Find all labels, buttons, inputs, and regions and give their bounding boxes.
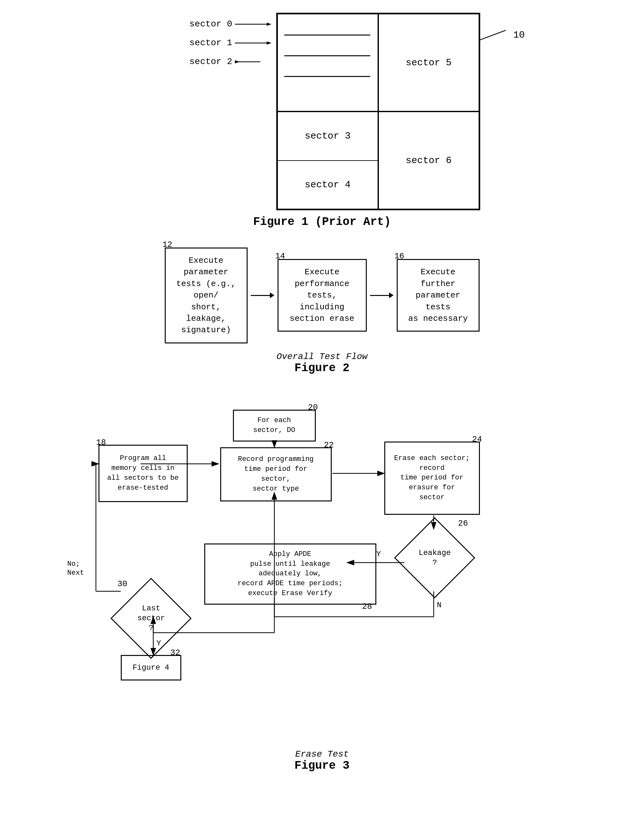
fig1-cell-sector5: sector 5 <box>378 14 479 112</box>
sector1-label-row: sector 1 <box>189 38 273 48</box>
figure1: sector 0 sector 1 sector 2 <box>19 13 625 238</box>
sector2-label: sector 2 <box>189 57 232 67</box>
ref-26: 26 <box>458 519 468 528</box>
fig1-caption-text: Figure 1 (Prior Art) <box>253 215 391 228</box>
arrow-line <box>251 295 270 296</box>
sector3-text: sector 3 <box>305 130 351 141</box>
fig2-caption-main: Figure 2 <box>277 362 368 375</box>
figure3: Y N No; Next Y <box>19 394 625 782</box>
fig2-caption-sub: Overall Test Flow <box>277 352 368 362</box>
arrow-head <box>270 293 274 298</box>
fig1-grid: sector 5 sector 3 sector 4 sector 6 <box>276 13 480 210</box>
leakage-y-label: Y <box>376 550 381 558</box>
no-next-label: No; <box>67 560 80 568</box>
fig3-box24-text: Erase each sector; record time period fo… <box>394 454 470 503</box>
diamond-text-30: Last sector ? <box>137 603 164 633</box>
next-label: Next <box>67 569 84 577</box>
ref-16: 16 <box>394 250 404 262</box>
fig2-box-14: 14 Execute performance tests, including … <box>278 259 367 332</box>
fig3-caption: Erase Test Figure 3 <box>294 749 350 772</box>
fig3-box20-text: For each sector, DO <box>253 416 295 435</box>
fig3-box32-text: Figure 4 <box>133 662 169 673</box>
ref-arrow <box>480 29 512 41</box>
fig1-labels: sector 0 sector 1 sector 2 <box>189 19 273 75</box>
ref-18: 18 <box>96 437 106 448</box>
sector4-sub: sector 4 <box>278 161 377 209</box>
svg-line-6 <box>480 30 506 40</box>
sector1-label: sector 1 <box>189 38 232 48</box>
fig2-box-12: 12 Execute parameter tests (e.g., open/ … <box>165 248 248 343</box>
fig1-cell-topleft <box>277 14 378 112</box>
fig2-box14-text: Execute performance tests, including sec… <box>286 266 358 324</box>
fig3-caption-main: Figure 3 <box>294 759 350 772</box>
fig1-caption: Figure 1 (Prior Art) <box>253 215 391 228</box>
diamond-inner-26: Leakage ? <box>394 517 475 598</box>
fig3-box-22: 22 Record programming time period for se… <box>220 447 332 501</box>
fig3-box-24: 24 Erase each sector; record time period… <box>384 441 480 515</box>
fig2-caption: Overall Test Flow Figure 2 <box>277 352 368 375</box>
fig2-arrow-1 <box>251 293 274 298</box>
svg-marker-5 <box>235 60 240 63</box>
sector1-arrow <box>235 40 273 46</box>
sector0-label-row: sector 0 <box>189 19 273 29</box>
arrow-head-2 <box>389 293 394 298</box>
fig2-box-16: 16 Execute further parameter tests as ne… <box>397 259 480 332</box>
fig3-diamond-30: 30 Last sector ? <box>121 588 181 648</box>
fig1-ref-number: 10 <box>513 30 525 40</box>
fig3-caption-sub: Erase Test <box>294 749 350 759</box>
ref-30: 30 <box>118 579 127 589</box>
fig3-box-28: 28 Apply APDE pulse until leakage adequa… <box>204 544 376 605</box>
sector2-label-row: sector 2 <box>189 57 273 67</box>
fig3-box-20: 20 For each sector, DO <box>233 410 316 441</box>
svg-marker-1 <box>267 23 271 26</box>
fig3-flow: Y N No; Next Y <box>51 394 593 744</box>
sector2-arrow <box>235 58 273 65</box>
fig2-box12-text: Execute parameter tests (e.g., open/ sho… <box>173 255 239 336</box>
figure2: 12 Execute parameter tests (e.g., open/ … <box>19 248 625 384</box>
fig2-box16-text: Execute further parameter tests as neces… <box>405 266 471 324</box>
sector6-text: sector 6 <box>406 155 452 166</box>
fig1-ref: 10 <box>480 29 525 41</box>
fig1-cell-sector6: sector 6 <box>378 112 479 209</box>
fig1-cell-sector34: sector 3 sector 4 <box>277 112 378 209</box>
fig2-arrow-2 <box>370 293 394 298</box>
sector-lines <box>278 14 377 111</box>
ref-12: 12 <box>163 239 172 250</box>
sector4-text: sector 4 <box>305 179 351 190</box>
fig3-box-32: 32 Figure 4 <box>121 655 181 681</box>
fig3-box22-text: Record programming time period for secto… <box>238 455 314 494</box>
sector5-text: sector 5 <box>406 57 452 68</box>
leakage-n-label: N <box>437 601 441 609</box>
fig3-diamond-26: 26 Leakage ? <box>404 527 465 588</box>
ref-22: 22 <box>324 439 334 451</box>
sector0-arrow <box>235 21 273 28</box>
diamond-text-26: Leakage ? <box>419 548 451 568</box>
ref-20: 20 <box>308 402 318 413</box>
fig3-box18-text: Program all memory cells in all sectors … <box>107 454 178 493</box>
sector0-label: sector 0 <box>189 19 232 29</box>
ref-14: 14 <box>275 250 285 262</box>
fig3-box28-text: Apply APDE pulse until leakage adequatel… <box>238 550 343 599</box>
svg-marker-3 <box>267 41 271 44</box>
fig1-grid-wrap: 10 sector 5 <box>276 13 480 210</box>
arrow-line-2 <box>370 295 389 296</box>
sector3-sub: sector 3 <box>278 112 377 161</box>
fig2-flow: 12 Execute parameter tests (e.g., open/ … <box>165 248 480 343</box>
ref-32: 32 <box>170 647 180 659</box>
ref-28: 28 <box>362 601 372 612</box>
fig3-box-18: 18 Program all memory cells in all secto… <box>98 445 188 502</box>
ref-24: 24 <box>472 434 482 445</box>
